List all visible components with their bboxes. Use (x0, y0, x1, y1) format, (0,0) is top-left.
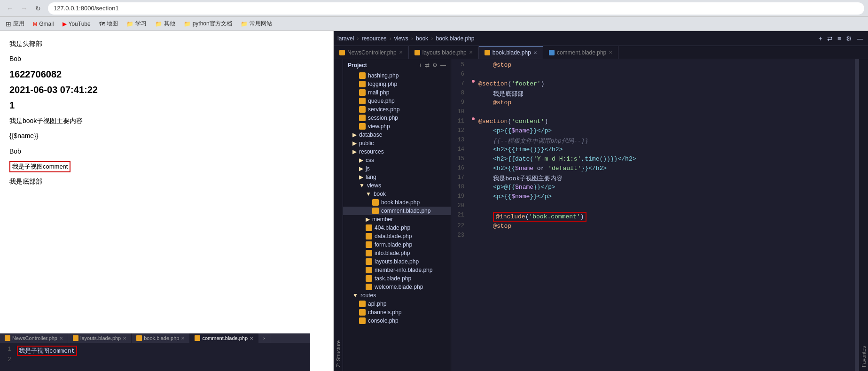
tree-item-database[interactable]: ▶ database (343, 131, 451, 139)
line-gutter (470, 117, 477, 120)
line-number: 12 (451, 127, 470, 134)
tree-item-form[interactable]: form.blade.php (343, 240, 451, 249)
add-icon[interactable]: + (818, 34, 823, 43)
bottom-tab-chevron[interactable]: › (258, 333, 270, 343)
ide-tab-layouts[interactable]: layouts.blade.php ✕ (409, 46, 479, 59)
line-number: 13 (451, 136, 470, 143)
bottom-tab-newscontroller[interactable]: NewsController.php ✕ (0, 333, 68, 343)
sync-icon[interactable]: ⇄ (425, 62, 430, 69)
bottom-editor-panel: NewsController.php ✕ layouts.blade.php ✕… (0, 333, 310, 371)
tree-item-layouts[interactable]: layouts.blade.php (343, 257, 451, 266)
tree-item-welcome[interactable]: welcome.blade.php (343, 283, 451, 291)
tree-item-task[interactable]: task.blade.php (343, 274, 451, 283)
bookmark-apps[interactable]: ⊞ 应用 (4, 19, 26, 29)
close-icon[interactable]: ✕ (250, 336, 253, 341)
tree-item-routes[interactable]: ▼ routes (343, 291, 451, 300)
folder-icon: ▼ (359, 182, 365, 189)
tree-item-lang[interactable]: ▶ lang (343, 173, 451, 181)
tree-item-member[interactable]: ▶ member (343, 215, 451, 224)
name-text: Bob (9, 54, 324, 64)
tree-item-member-info[interactable]: member-info.blade.php (343, 266, 451, 274)
tree-item-js[interactable]: ▶ js (343, 164, 451, 173)
file-icon (366, 258, 372, 265)
ide-tab-book[interactable]: book.blade.php ✕ (479, 46, 543, 59)
code-line-21: 21 @include('book.comment') (451, 211, 855, 222)
refresh-button[interactable]: ↻ (32, 2, 44, 15)
scrollbar-vertical[interactable] (855, 59, 859, 371)
bookmark-youtube[interactable]: ▶ YouTube (61, 20, 93, 28)
minimize-icon[interactable]: — (856, 34, 864, 43)
tree-item-info[interactable]: info.blade.php (343, 249, 451, 257)
tree-item-console[interactable]: console.php (343, 317, 451, 325)
close-icon[interactable]: ✕ (59, 336, 63, 341)
file-icon (359, 309, 366, 316)
file-name: layouts.blade.php (375, 258, 419, 265)
apps-icon: ⊞ (6, 20, 11, 28)
settings-icon[interactable]: ⚙ (845, 34, 853, 43)
date-text: 2021-06-03 07:41:22 (9, 85, 324, 95)
tree-item-comment-blade[interactable]: comment.blade.php (343, 207, 451, 215)
close-icon[interactable]: ✕ (399, 50, 403, 55)
file-icon (366, 267, 372, 273)
close-icon[interactable]: ✕ (609, 50, 612, 55)
tree-item-api[interactable]: api.php (343, 300, 451, 308)
file-name: member-info.blade.php (375, 267, 432, 273)
forward-button[interactable]: → (18, 2, 30, 15)
tree-item-services[interactable]: services.php (343, 105, 451, 114)
menu-icon[interactable]: ≡ (837, 34, 842, 43)
bookmark-label: 应用 (13, 20, 24, 28)
line-content: @section('footer') (477, 80, 855, 88)
bookmark-label: python官方文档 (193, 20, 232, 28)
code-line-14: 14 <h2>{{time()}}</h2> (451, 146, 855, 155)
tree-item-view[interactable]: view.php (343, 122, 451, 131)
tree-item-public[interactable]: ▶ public (343, 139, 451, 147)
back-button[interactable]: ← (4, 2, 16, 15)
bookmark-common[interactable]: 📁 常用网站 (239, 19, 274, 29)
bottom-tab-comment[interactable]: comment.blade.php ✕ (190, 333, 258, 343)
line-number: 1 (4, 346, 11, 353)
line-number: 20 (451, 202, 470, 209)
topbar-path: laravel (337, 35, 354, 42)
bottom-tab-book[interactable]: book.blade.php ✕ (132, 333, 190, 343)
tree-item-queue[interactable]: queue.php (343, 97, 451, 105)
youtube-icon: ▶ (63, 21, 67, 27)
tree-item-channels[interactable]: channels.php (343, 308, 451, 317)
gear-icon[interactable]: ⚙ (432, 62, 438, 69)
ide-tab-comment[interactable]: comment.blade.php ✕ (543, 46, 618, 59)
tree-item-404[interactable]: 404.blade.php (343, 224, 451, 232)
tree-item-book-blade[interactable]: book.blade.php (343, 198, 451, 207)
tree-item-resources[interactable]: ▶ resources (343, 147, 451, 156)
tree-item-mail[interactable]: mail.php (343, 88, 451, 97)
ide-tab-newscontroller[interactable]: NewsController.php ✕ (334, 46, 409, 59)
address-bar[interactable] (48, 2, 864, 15)
minus-icon[interactable]: — (440, 62, 446, 69)
bookmark-maps[interactable]: 🗺 地图 (97, 19, 120, 29)
close-icon[interactable]: ✕ (123, 336, 126, 341)
tree-item-css[interactable]: ▶ css (343, 156, 451, 164)
tree-item-book-folder[interactable]: ▼ book (343, 190, 451, 198)
bookmark-python[interactable]: 📁 python官方文档 (182, 19, 234, 29)
tree-item-hashing[interactable]: hashing.php (343, 71, 451, 80)
split-icon[interactable]: ⇄ (826, 34, 834, 43)
line-content: <p>@{{$name}}</p> (477, 183, 855, 191)
tree-item-views[interactable]: ▼ views (343, 181, 451, 190)
sidebar-title: Project (348, 62, 367, 69)
close-icon[interactable]: ✕ (533, 50, 537, 55)
structure-label[interactable]: Z: Structure (334, 59, 343, 371)
file-name: form.blade.php (375, 241, 412, 248)
favorites-label[interactable]: Favorites (860, 59, 868, 371)
tree-item-session[interactable]: session.php (343, 114, 451, 122)
bookmark-gmail[interactable]: M Gmail (31, 20, 56, 28)
line-content: @section('content') (477, 117, 855, 125)
close-icon[interactable]: ✕ (181, 336, 185, 341)
maps-icon: 🗺 (99, 21, 105, 27)
code-editor[interactable]: 5 @stop 6 7 @section('footer') (451, 59, 855, 371)
bookmark-other[interactable]: 📁 其他 (153, 19, 177, 29)
bottom-tab-layouts[interactable]: layouts.blade.php ✕ (68, 333, 132, 343)
bookmark-study[interactable]: 📁 学习 (125, 19, 149, 29)
tree-item-data[interactable]: data.blade.php (343, 232, 451, 240)
tree-item-logging[interactable]: logging.php (343, 80, 451, 88)
close-icon[interactable]: ✕ (469, 50, 473, 55)
comment-highlighted: 我是子视图comment (9, 161, 70, 172)
plus-icon[interactable]: + (419, 62, 422, 69)
